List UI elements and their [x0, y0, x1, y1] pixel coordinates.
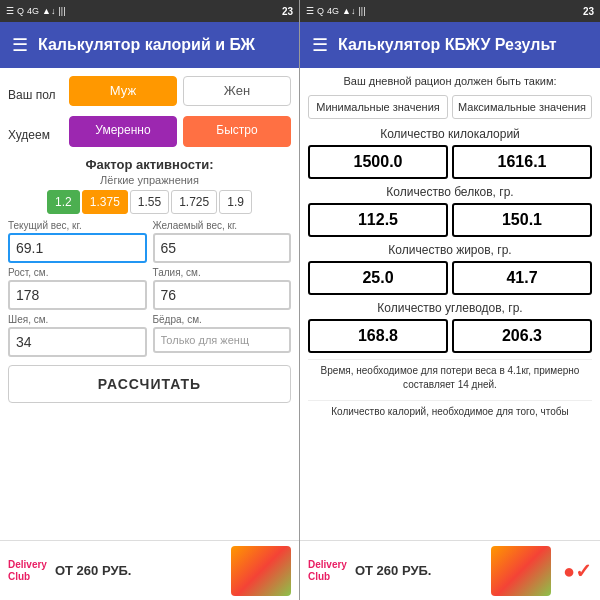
- right-status-bar: ☰ Q 4G ▲↓ ||| 23: [300, 0, 600, 22]
- hamburger-icon[interactable]: ☰: [12, 34, 28, 56]
- right-ad-logo: Delivery Club: [308, 559, 347, 583]
- results-intro-text: Ваш дневной рацион должен быть таким:: [308, 74, 592, 89]
- otzovik-badge: ●✓: [563, 559, 592, 583]
- waist-label: Талия, см.: [153, 267, 292, 278]
- left-ad-logo: Delivery Club: [8, 559, 47, 583]
- min-values-button[interactable]: Минимальные значения: [308, 95, 448, 119]
- hips-group: Бёдра, см.: [153, 314, 292, 357]
- desired-weight-label: Желаемый вес, кг.: [153, 220, 292, 231]
- desired-weight-group: Желаемый вес, кг.: [153, 220, 292, 263]
- right-app-title: Калькулятор КБЖУ Результ: [338, 35, 557, 54]
- gender-male-button[interactable]: Муж: [69, 76, 177, 106]
- goal-moderate-button[interactable]: Умеренно: [69, 116, 177, 146]
- activity-title: Фактор активности:: [8, 157, 291, 172]
- activity-subtitle: Лёгкие упражнения: [8, 174, 291, 186]
- neck-hips-row: Шея, см. Бёдра, см.: [8, 314, 291, 357]
- kcal-values: 1500.0 1616.1: [308, 145, 592, 179]
- carbs-title: Количество углеводов, гр.: [308, 301, 592, 315]
- right-phone-panel: ☰ Q 4G ▲↓ ||| 23 ☰ Калькулятор КБЖУ Резу…: [300, 0, 600, 600]
- waist-input[interactable]: [153, 280, 292, 310]
- results-content: Ваш дневной рацион должен быть таким: Ми…: [300, 68, 600, 540]
- right-time: 23: [583, 6, 594, 17]
- protein-min: 112.5: [308, 203, 448, 237]
- current-weight-group: Текущий вес, кг.: [8, 220, 147, 263]
- desired-weight-input[interactable]: [153, 233, 292, 263]
- goal-fast-button[interactable]: Быстро: [183, 116, 291, 146]
- protein-values: 112.5 150.1: [308, 203, 592, 237]
- kcal-section: Количество килокалорий 1500.0 1616.1: [308, 127, 592, 179]
- right-ad-image: [491, 546, 551, 596]
- weight-row: Текущий вес, кг. Желаемый вес, кг.: [8, 220, 291, 263]
- left-ad-price: ОТ 260 РУБ.: [55, 563, 132, 578]
- activity-level-2[interactable]: 1.55: [130, 190, 169, 214]
- left-app-title: Калькулятор калорий и БЖ: [38, 35, 255, 54]
- neck-input[interactable]: [8, 327, 147, 357]
- activity-level-3[interactable]: 1.725: [171, 190, 217, 214]
- left-ad-image: [231, 546, 291, 596]
- height-waist-row: Рост, см. Талия, см.: [8, 267, 291, 310]
- gender-buttons: Муж Жен: [69, 76, 291, 106]
- kcal-min: 1500.0: [308, 145, 448, 179]
- min-max-row: Минимальные значения Максимальные значен…: [308, 95, 592, 119]
- hips-label: Бёдра, см.: [153, 314, 292, 325]
- height-group: Рост, см.: [8, 267, 147, 310]
- left-time: 23: [282, 6, 293, 17]
- height-input[interactable]: [8, 280, 147, 310]
- fat-section: Количество жиров, гр. 25.0 41.7: [308, 243, 592, 295]
- goal-buttons: Умеренно Быстро: [69, 116, 291, 146]
- carbs-min: 168.8: [308, 319, 448, 353]
- left-ad-banner: Delivery Club ОТ 260 РУБ.: [0, 540, 299, 600]
- results-note-2: Количество калорий, необходимое для того…: [308, 400, 592, 423]
- activity-levels: 1.2 1.375 1.55 1.725 1.9: [8, 190, 291, 214]
- goal-label: Худеем: [8, 122, 63, 148]
- neck-label: Шея, см.: [8, 314, 147, 325]
- kcal-max: 1616.1: [452, 145, 592, 179]
- activity-level-0[interactable]: 1.2: [47, 190, 80, 214]
- left-status-bar: ☰ Q 4G ▲↓ ||| 23: [0, 0, 299, 22]
- left-content: Ваш пол Муж Жен Худеем Умеренно Быстро Ф…: [0, 68, 299, 540]
- hips-input[interactable]: [153, 327, 292, 353]
- fat-title: Количество жиров, гр.: [308, 243, 592, 257]
- protein-section: Количество белков, гр. 112.5 150.1: [308, 185, 592, 237]
- right-status-icons: ☰ Q 4G ▲↓ |||: [306, 6, 365, 16]
- height-label: Рост, см.: [8, 267, 147, 278]
- activity-level-1[interactable]: 1.375: [82, 190, 128, 214]
- activity-level-4[interactable]: 1.9: [219, 190, 252, 214]
- right-ad-banner: Delivery Club ОТ 260 РУБ. ●✓: [300, 540, 600, 600]
- left-app-header: ☰ Калькулятор калорий и БЖ: [0, 22, 299, 68]
- fat-max: 41.7: [452, 261, 592, 295]
- gender-row: Ваш пол Муж Жен: [8, 76, 291, 112]
- current-weight-input[interactable]: [8, 233, 147, 263]
- carbs-max: 206.3: [452, 319, 592, 353]
- fat-min: 25.0: [308, 261, 448, 295]
- goal-row: Худеем Умеренно Быстро: [8, 116, 291, 152]
- left-status-icons: ☰ Q 4G ▲↓ |||: [6, 6, 65, 16]
- max-values-button[interactable]: Максимальные значения: [452, 95, 592, 119]
- left-phone-panel: ☰ Q 4G ▲↓ ||| 23 ☰ Калькулятор калорий и…: [0, 0, 300, 600]
- protein-max: 150.1: [452, 203, 592, 237]
- carbs-section: Количество углеводов, гр. 168.8 206.3: [308, 301, 592, 353]
- right-app-header: ☰ Калькулятор КБЖУ Результ: [300, 22, 600, 68]
- waist-group: Талия, см.: [153, 267, 292, 310]
- fat-values: 25.0 41.7: [308, 261, 592, 295]
- carbs-values: 168.8 206.3: [308, 319, 592, 353]
- gender-label: Ваш пол: [8, 82, 63, 108]
- protein-title: Количество белков, гр.: [308, 185, 592, 199]
- gender-female-button[interactable]: Жен: [183, 76, 291, 106]
- kcal-title: Количество килокалорий: [308, 127, 592, 141]
- calculate-button[interactable]: РАССЧИТАТЬ: [8, 365, 291, 403]
- neck-group: Шея, см.: [8, 314, 147, 357]
- right-hamburger-icon[interactable]: ☰: [312, 34, 328, 56]
- results-note-1: Время, необходимое для потери веса в 4.1…: [308, 359, 592, 396]
- right-ad-price: ОТ 260 РУБ.: [355, 563, 432, 578]
- current-weight-label: Текущий вес, кг.: [8, 220, 147, 231]
